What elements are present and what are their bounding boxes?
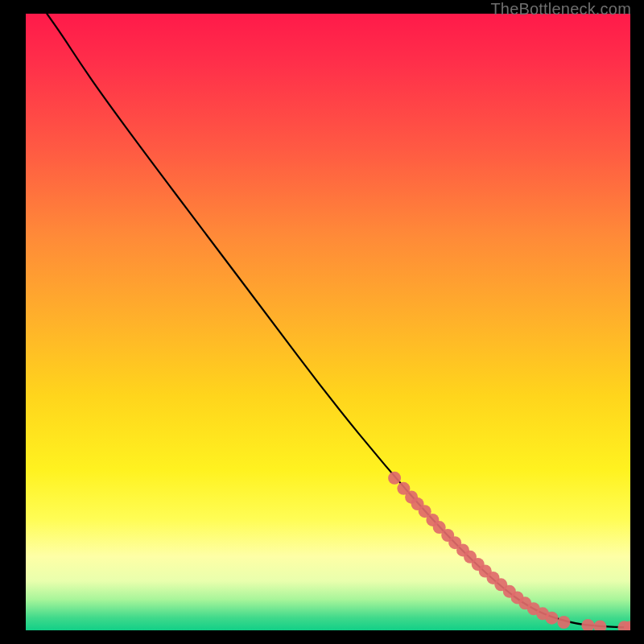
scatter-dots: [388, 472, 630, 630]
scatter-dot: [557, 616, 570, 629]
scatter-dot: [388, 472, 401, 485]
scatter-dot: [545, 612, 558, 625]
chart-svg: [26, 14, 630, 630]
scatter-dot: [593, 620, 606, 630]
plot-area: [26, 14, 630, 630]
main-curve: [47, 14, 630, 627]
scatter-dot: [581, 619, 594, 630]
chart-stage: TheBottleneck.com: [0, 0, 644, 644]
watermark-text: TheBottleneck.com: [490, 0, 631, 19]
